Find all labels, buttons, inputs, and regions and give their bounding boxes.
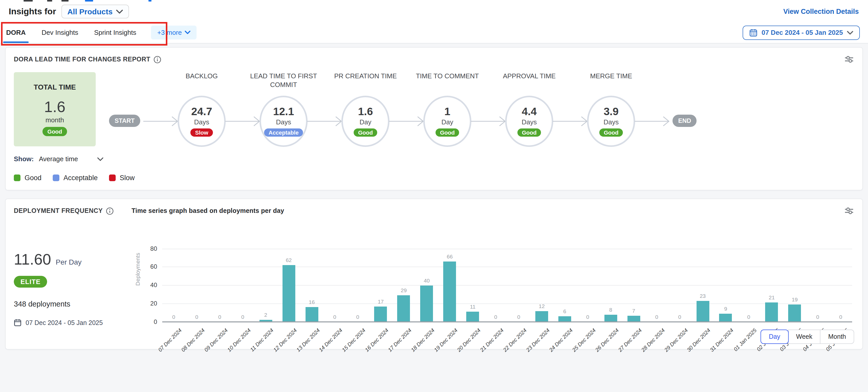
bar <box>627 315 640 322</box>
bar-column: 1903 Jan 2025 <box>783 249 806 322</box>
chart-settings-button[interactable] <box>844 54 854 64</box>
granularity-day-button[interactable]: Day <box>761 330 788 344</box>
bar-column: 1613 Dec 2024 <box>300 249 323 322</box>
x-axis-label: 13 Dec 2024 <box>295 327 321 353</box>
clipped-link-fragment <box>148 0 152 2</box>
stage-unit: Days <box>522 118 537 126</box>
x-axis-label: 21 Dec 2024 <box>479 327 505 353</box>
bar-value-label: 0 <box>816 314 819 320</box>
date-range-value: 07 Dec 2024 - 05 Jan 2025 <box>762 29 843 36</box>
deployments-bar-chart: Deployments 020406080007 Dec 2024008 Dec… <box>133 249 854 327</box>
stage-value: 1.6 <box>358 106 373 117</box>
bar-column: 009 Dec 2024 <box>208 249 231 322</box>
y-tick-label: 0 <box>140 318 157 325</box>
info-icon[interactable] <box>154 56 161 63</box>
flow-stage-pr-creation-time: PR CREATION TIME1.6DayGood <box>324 72 406 147</box>
y-tick-label: 60 <box>140 263 157 270</box>
stage-value: 12.1 <box>273 106 294 117</box>
product-selector[interactable]: All Products <box>61 5 129 19</box>
bar-value-label: 17 <box>378 298 383 304</box>
flow-stage-time-to-comment: TIME TO COMMENT1DayGood <box>406 72 488 147</box>
chevron-down-icon <box>97 157 104 161</box>
stage-status-badge: Acceptable <box>264 128 303 137</box>
bar-value-label: 0 <box>356 314 359 320</box>
stage-unit: Days <box>604 118 619 126</box>
clipped-text-fragment <box>61 0 69 2</box>
total-time-panel: TOTAL TIME 1.6 month Good <box>14 72 96 146</box>
bar-value-label: 40 <box>424 277 430 283</box>
bar-value-label: 0 <box>333 314 336 320</box>
legend-color-swatch <box>14 175 21 181</box>
stage-status-badge: Good <box>599 128 623 137</box>
bar-value-label: 19 <box>792 296 798 302</box>
legend-item-slow: Slow <box>109 174 135 182</box>
granularity-week-button[interactable]: Week <box>788 330 820 344</box>
chevron-down-icon <box>116 9 123 13</box>
x-axis-label: 07 Dec 2024 <box>157 327 183 353</box>
tab-dev-insights[interactable]: Dev Insights <box>41 22 79 43</box>
x-axis-label: 18 Dec 2024 <box>410 327 436 353</box>
y-tick-label: 80 <box>140 245 157 252</box>
stage-value: 4.4 <box>522 106 537 117</box>
clipped-text-fragment <box>24 0 33 2</box>
total-time-label: TOTAL TIME <box>34 83 76 91</box>
show-label: Show: <box>14 155 34 163</box>
bar-column: 1223 Dec 2024 <box>530 249 553 322</box>
bar-column: 025 Dec 2024 <box>576 249 599 322</box>
bar <box>374 306 387 322</box>
bar-value-label: 0 <box>195 314 198 320</box>
bar-value-label: 0 <box>747 314 750 320</box>
x-axis-label: 22 Dec 2024 <box>502 327 528 353</box>
tab-sprint-insights[interactable]: Sprint Insights <box>93 22 137 43</box>
bar <box>788 304 801 322</box>
tab-dora[interactable]: DORA <box>5 22 27 43</box>
stage-name: MERGE TIME <box>573 72 649 96</box>
bar-column: 007 Dec 2024 <box>162 249 185 322</box>
legend-item-acceptable: Acceptable <box>53 174 98 182</box>
granularity-month-button[interactable]: Month <box>820 330 855 344</box>
stage-circle: 24.7DaysSlow <box>178 96 226 147</box>
bar-column: 001 Jan 2025 <box>737 249 760 322</box>
clipped-top-row <box>0 0 868 2</box>
bar-column: 014 Dec 2024 <box>323 249 346 322</box>
date-range-picker[interactable]: 07 Dec 2024 - 05 Jan 2025 <box>743 25 860 40</box>
info-icon[interactable] <box>106 207 114 215</box>
more-tabs-button[interactable]: +3 more <box>151 26 196 39</box>
stage-value: 24.7 <box>191 106 212 117</box>
x-axis-label: 08 Dec 2024 <box>180 327 206 353</box>
bar-value-label: 29 <box>401 287 407 293</box>
tab-label: Sprint Insights <box>94 29 136 36</box>
bar-value-label: 66 <box>447 253 453 260</box>
card-title-text: DORA LEAD TIME FOR CHANGES REPORT <box>14 56 151 63</box>
stage-name: TIME TO COMMENT <box>409 72 486 96</box>
bar-column: 2917 Dec 2024 <box>392 249 415 322</box>
bar-value-label: 0 <box>586 314 589 320</box>
bar-column: 021 Dec 2024 <box>484 249 507 322</box>
x-axis-label: 09 Dec 2024 <box>203 327 228 353</box>
total-time-unit: month <box>45 116 64 124</box>
stage-status-badge: Good <box>354 128 377 137</box>
legend-label: Acceptable <box>63 174 98 182</box>
stage-unit: Days <box>276 118 291 126</box>
deployment-stats-panel: 11.60 Per Day ELITE 348 deployments 07 D… <box>14 216 133 327</box>
legend-color-swatch <box>53 175 59 181</box>
x-axis-label: 28 Dec 2024 <box>640 327 665 353</box>
chart-settings-button[interactable] <box>844 206 854 216</box>
bar <box>466 312 479 322</box>
total-time-status-badge: Good <box>42 127 67 136</box>
stage-value: 3.9 <box>604 106 619 117</box>
bar <box>604 314 617 322</box>
x-axis-label: 11 Dec 2024 <box>249 327 275 353</box>
stage-name: PR CREATION TIME <box>327 72 404 96</box>
flow-stage-approval-time: APPROVAL TIME4.4DaysGood <box>488 72 570 147</box>
bar-column: 4018 Dec 2024 <box>415 249 438 322</box>
clipped-link-fragment <box>85 0 93 2</box>
x-axis-label: 12 Dec 2024 <box>272 327 298 353</box>
bar-value-label: 9 <box>724 305 727 312</box>
show-metric-dropdown[interactable]: Show: Average time <box>6 155 134 163</box>
bar-column: 010 Dec 2024 <box>231 249 254 322</box>
lead-time-flow: STARTBACKLOG24.7DaysSlowLEAD TIME TO FIR… <box>109 72 854 147</box>
legend-label: Slow <box>120 174 135 182</box>
view-collection-details-link[interactable]: View Collection Details <box>783 8 859 16</box>
sliders-icon <box>844 54 854 64</box>
